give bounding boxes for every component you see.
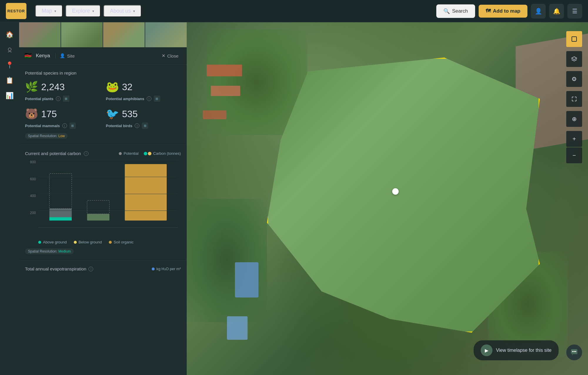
select-tool-button[interactable] xyxy=(566,31,582,47)
zoom-out-button[interactable]: − xyxy=(566,147,582,163)
nav-explore[interactable]: Explore ▾ xyxy=(66,5,101,17)
side-panel: 🇰🇪 Kenya 👤 Site ✕ Close Potential specie… xyxy=(19,22,187,375)
chart-y-labels: 800 600 400 200 xyxy=(25,160,38,228)
evap-header: Total annual evapotranspiration i kg H₂O… xyxy=(25,266,181,271)
map-background: ▶ View timelapse for this site ⚙ xyxy=(187,22,588,375)
above-ground-label: Above ground xyxy=(43,240,67,244)
sidebar-item-analytics[interactable]: 📊 xyxy=(3,89,16,102)
menu-button[interactable]: ☰ xyxy=(567,4,582,19)
country-name: Kenya xyxy=(36,53,50,59)
evap-dot xyxy=(152,268,155,270)
chat-button[interactable] xyxy=(566,344,582,360)
building-1 xyxy=(207,65,242,76)
potential-legend-label: Potential xyxy=(123,151,138,156)
grid-line-200 xyxy=(38,211,178,211)
blue-pool xyxy=(227,316,248,340)
map-controls: ⚙ ⊕ + − xyxy=(566,31,582,163)
carbon-dot-above xyxy=(144,152,147,155)
chart-legend-bottom: Above ground Below ground Soil organic xyxy=(25,240,181,244)
chart-plot xyxy=(38,160,178,228)
close-button[interactable]: ✕ Close xyxy=(159,51,181,60)
evap-title: Total annual evapotranspiration xyxy=(25,266,86,271)
amphibians-map-icon[interactable]: ⊞ xyxy=(154,95,160,102)
grid-line-800 xyxy=(38,160,178,160)
nav-map[interactable]: Map ▾ xyxy=(35,5,63,17)
nav-map-label: Map xyxy=(42,8,52,14)
spatial-res-value: Low xyxy=(58,134,65,138)
carbon-dot-below xyxy=(148,152,151,155)
mammals-label: Potential mammals xyxy=(25,124,60,128)
birds-info-icon[interactable]: i xyxy=(135,123,139,128)
evap-unit: kg H₂O per m² xyxy=(152,267,181,271)
species-plants: 🌿 2,243 Potential plants i ⊞ xyxy=(25,81,100,102)
gps-button[interactable]: ⊕ xyxy=(566,111,582,127)
soil-organic-label: Soil organic xyxy=(113,240,133,244)
nav-explore-label: Explore xyxy=(72,8,90,14)
birds-label: Potential birds xyxy=(106,124,132,128)
site-badge: 👤 Site xyxy=(55,53,75,58)
below-ground-dot xyxy=(74,241,77,244)
chart-legend: Potential Carbon (tonnes) xyxy=(119,151,181,156)
navbar: RESTOR Map ▾ Explore ▾ About us ▾ 🔍 Sear… xyxy=(0,0,588,22)
add-to-map-button[interactable]: 🗺 Add to map xyxy=(479,5,528,18)
y-label-600: 600 xyxy=(25,177,38,181)
carbon-section: Current and potential carbon i Potential… xyxy=(19,145,187,260)
thumbnail-1[interactable] xyxy=(19,22,61,47)
carbon-spatial-res-label: Spatial Resolution: xyxy=(28,249,57,253)
plants-label: Potential plants xyxy=(25,97,54,101)
species-section-title: Potential species in region xyxy=(25,70,181,75)
sidebar-item-explore[interactable] xyxy=(3,43,16,56)
amphibians-icon: 🐸 xyxy=(106,81,119,93)
user-icon: 👤 xyxy=(535,8,542,15)
layers-button[interactable] xyxy=(566,51,582,67)
mammals-count: 175 xyxy=(41,109,57,120)
evap-info-icon[interactable]: i xyxy=(88,267,93,271)
carbon-spatial-res-value: Medium xyxy=(58,249,71,253)
plants-icon: 🌿 xyxy=(25,81,38,93)
species-section: Potential species in region 🌿 2,243 Pote… xyxy=(19,65,187,145)
close-label: Close xyxy=(167,53,178,58)
spatial-res-label: Spatial Resolution: xyxy=(28,134,57,138)
plants-map-icon[interactable]: ⊞ xyxy=(63,95,69,102)
plants-info-icon[interactable]: i xyxy=(56,96,61,101)
carbon-info-icon[interactable]: i xyxy=(84,151,88,156)
thumbnail-row xyxy=(19,22,187,47)
notifications-button[interactable]: 🔔 xyxy=(549,4,564,19)
thumbnail-3[interactable] xyxy=(103,22,145,47)
amphibians-info-icon[interactable]: i xyxy=(147,96,151,101)
plants-count: 2,243 xyxy=(41,82,65,93)
user-button[interactable]: 👤 xyxy=(531,4,546,19)
zoom-in-button[interactable]: + xyxy=(566,131,582,147)
thumbnail-2[interactable] xyxy=(61,22,103,47)
nav-about[interactable]: About us ▾ xyxy=(103,5,141,17)
sidebar-item-home[interactable]: 🏠 xyxy=(3,28,16,41)
add-to-map-label: Add to map xyxy=(493,8,521,14)
search-button[interactable]: 🔍 Search xyxy=(436,4,475,18)
bar-below-potential xyxy=(87,200,109,214)
bell-icon: 🔔 xyxy=(553,8,560,15)
soil-organic-dot xyxy=(109,241,112,244)
thumbnail-4[interactable] xyxy=(145,22,187,47)
building-3 xyxy=(203,110,226,119)
sidebar-item-location[interactable]: 📍 xyxy=(3,59,16,72)
map-chevron-icon: ▾ xyxy=(54,9,56,13)
search-icon: 🔍 xyxy=(443,8,450,14)
birds-icon: 🐦 xyxy=(106,108,119,120)
mammals-info-icon[interactable]: i xyxy=(62,123,67,128)
species-amphibians: 🐸 32 Potential amphibians i ⊞ xyxy=(106,81,181,102)
sidebar-item-documents[interactable]: 📋 xyxy=(3,74,16,87)
fullscreen-button[interactable] xyxy=(566,91,582,107)
species-birds: 🐦 535 Potential birds i ⊞ xyxy=(106,108,181,129)
mammals-map-icon[interactable]: ⊞ xyxy=(69,122,76,129)
birds-count: 535 xyxy=(122,109,138,120)
birds-map-icon[interactable]: ⊞ xyxy=(142,122,148,129)
vegetation-2 xyxy=(187,199,267,322)
settings-button[interactable]: ⚙ xyxy=(566,71,582,87)
carbon-chart: 800 600 400 200 xyxy=(25,160,181,236)
hamburger-icon: ☰ xyxy=(572,8,577,15)
grid-line-600 xyxy=(38,177,178,177)
y-label-800: 800 xyxy=(25,160,38,164)
map-container: ▶ View timelapse for this site ⚙ xyxy=(187,22,588,375)
blue-building xyxy=(235,262,258,297)
timelapse-button[interactable]: ▶ View timelapse for this site xyxy=(474,340,559,360)
